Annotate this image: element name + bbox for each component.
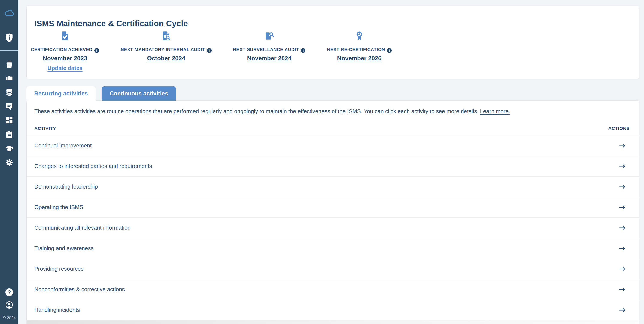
- table-row[interactable]: Changes to interested parties and requir…: [26, 156, 639, 176]
- dashboard-icon[interactable]: [0, 115, 18, 125]
- table-row[interactable]: Operating the ISMS: [26, 197, 639, 218]
- milestone-surveillance-audit: NEXT SURVEILLANCE AUDITi November 2024: [218, 31, 321, 62]
- milestone-certification-achieved: CERTIFICATION ACHIEVEDi November 2023: [14, 31, 116, 62]
- arrow-right-icon[interactable]: [618, 244, 626, 253]
- activity-row-label: Training and awareness: [34, 245, 94, 252]
- arrow-right-icon[interactable]: [618, 265, 626, 273]
- table-row[interactable]: Training and awareness: [26, 238, 639, 259]
- file-search-icon: [218, 31, 321, 42]
- arrow-right-icon[interactable]: [618, 203, 626, 212]
- info-icon[interactable]: i: [387, 48, 392, 53]
- milestone-recertification: NEXT RE-CERTIFICATIONi November 2026: [308, 31, 411, 62]
- sidebar: ? © 2024: [0, 0, 18, 324]
- arrow-right-icon[interactable]: [618, 306, 626, 314]
- page-title: ISMS Maintenance & Certification Cycle: [34, 19, 188, 28]
- graduation-cap-icon[interactable]: [0, 144, 18, 154]
- document-check-icon: [14, 31, 116, 42]
- arrow-right-icon[interactable]: [618, 162, 626, 170]
- activity-row-label: Changes to interested parties and requir…: [34, 163, 152, 169]
- database-icon[interactable]: [0, 87, 18, 97]
- milestone-label: NEXT SURVEILLANCE AUDIT: [233, 47, 299, 52]
- tab-continuous-activities[interactable]: Continuous activities: [102, 86, 176, 101]
- description-text: These activities activities are routine …: [34, 108, 478, 115]
- document-search-icon: [115, 31, 218, 42]
- gear-icon[interactable]: [0, 158, 18, 167]
- milestone-date[interactable]: November 2024: [218, 55, 321, 62]
- activity-column-header: ACTIVITY: [34, 126, 56, 131]
- table-row[interactable]: Continual improvement: [26, 136, 639, 156]
- learn-more-link[interactable]: Learn more.: [480, 108, 510, 115]
- update-dates-link[interactable]: Update dates: [48, 65, 82, 71]
- arrow-right-icon[interactable]: [618, 285, 626, 294]
- milestone-date[interactable]: November 2026: [308, 55, 411, 62]
- activity-row-label: Providing resources: [34, 266, 84, 272]
- medal-icon: [308, 31, 411, 42]
- milestone-internal-audit: NEXT MANDATORY INTERNAL AUDITi October 2…: [115, 31, 218, 62]
- table-row[interactable]: Handling incidents: [26, 300, 639, 320]
- sidebar-divider: [0, 50, 18, 51]
- table-header-row: ACTIVITY ACTIONS: [26, 114, 639, 136]
- milestone-label: NEXT RE-CERTIFICATION: [327, 47, 385, 52]
- milestone-label: NEXT MANDATORY INTERNAL AUDIT: [121, 47, 205, 52]
- activity-row-label: Handling incidents: [34, 307, 80, 313]
- arrow-right-icon[interactable]: [618, 182, 626, 191]
- activity-row-label: Nonconformities & corrective actions: [34, 286, 125, 293]
- activity-row-label: Demonstrating leadership: [34, 183, 98, 190]
- document-chat-icon[interactable]: [0, 101, 18, 111]
- user-icon[interactable]: [0, 301, 18, 309]
- activity-row-label: Operating the ISMS: [34, 204, 83, 211]
- tab-recurring-activities[interactable]: Recurring activities: [26, 86, 96, 101]
- clipboard-icon[interactable]: [0, 130, 18, 139]
- bottom-scroll-fade: [26, 320, 639, 324]
- folders-icon[interactable]: [0, 73, 18, 83]
- milestone-date[interactable]: November 2023: [14, 55, 116, 62]
- activity-row-label: Continual improvement: [34, 142, 92, 149]
- milestone-date[interactable]: October 2024: [115, 55, 218, 62]
- activities-description: These activities activities are routine …: [26, 101, 639, 114]
- actions-column-header: ACTIONS: [608, 126, 630, 131]
- info-icon[interactable]: i: [207, 48, 212, 53]
- milestone-label: CERTIFICATION ACHIEVED: [31, 47, 92, 52]
- arrow-right-icon[interactable]: [618, 224, 626, 232]
- shield-info-icon[interactable]: [0, 32, 18, 43]
- table-row[interactable]: Demonstrating leadership: [26, 176, 639, 197]
- table-row[interactable]: Nonconformities & corrective actions: [26, 279, 639, 300]
- copyright: © 2024: [0, 316, 18, 320]
- activity-row-label: Communicating all relevant information: [34, 224, 130, 231]
- info-icon[interactable]: i: [94, 48, 99, 53]
- table-row[interactable]: Communicating all relevant information: [26, 218, 639, 238]
- cloud-logo[interactable]: [0, 8, 18, 18]
- table-row[interactable]: Providing resources: [26, 259, 639, 279]
- help-icon[interactable]: ?: [0, 288, 18, 297]
- certification-cycle-card: ISMS Maintenance & Certification Cycle C…: [26, 5, 640, 79]
- info-icon[interactable]: i: [301, 48, 306, 53]
- archive-icon[interactable]: [0, 59, 18, 69]
- main-area: ISMS Maintenance & Certification Cycle C…: [18, 0, 644, 324]
- arrow-right-icon[interactable]: [618, 142, 626, 150]
- activities-table-body: Continual improvement Changes to interes…: [26, 136, 639, 320]
- activities-panel: These activities activities are routine …: [26, 100, 640, 324]
